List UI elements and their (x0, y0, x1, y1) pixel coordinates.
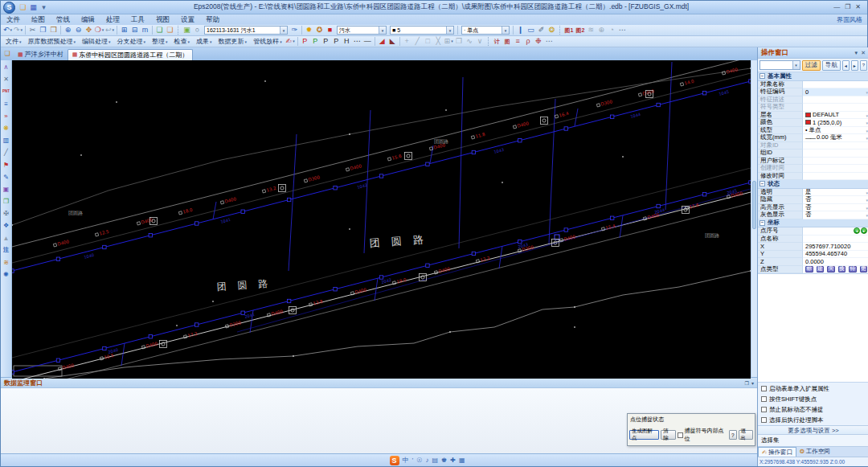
collapse-icon[interactable] (760, 181, 765, 186)
map2-icon[interactable]: 图2 (575, 26, 585, 35)
panel-tab-1[interactable]: ❂工作空间 (796, 447, 833, 457)
property-value[interactable] (803, 173, 868, 181)
vscroll-thumb[interactable] (752, 181, 756, 229)
property-value[interactable] (803, 236, 868, 244)
combo-arrow-icon[interactable] (379, 27, 386, 34)
layer-visibility-icon[interactable]: ▣ (182, 26, 192, 35)
hatch-icon[interactable]: ≋ (1, 256, 11, 268)
selection-set-label[interactable]: 选择集 (758, 435, 868, 447)
line-icon[interactable]: — (362, 37, 372, 47)
tbmenu-raw-preprocess[interactable]: 原库数据预处理▾ (25, 37, 80, 46)
draw-rect-icon[interactable]: □ (423, 37, 432, 47)
property-value[interactable] (803, 81, 868, 89)
combo-arrow-icon[interactable] (280, 27, 287, 34)
flag-icon[interactable]: ⚑ (1, 158, 11, 170)
property-value[interactable]: DEFAULT▾ (803, 112, 868, 120)
arrow-red-icon[interactable]: ◢ (377, 37, 387, 47)
pin-icon[interactable]: ▾ (855, 50, 858, 56)
brush-icon[interactable]: ✑ (290, 26, 300, 35)
collapse-icon[interactable] (760, 220, 765, 226)
pnt-label-icon[interactable]: PNT (1, 85, 11, 97)
draw-point-icon[interactable]: + (402, 37, 411, 47)
clock-gray-icon[interactable]: ◔ (607, 26, 616, 35)
undo-icon[interactable]: ↶▾ (3, 26, 13, 35)
property-value[interactable] (803, 104, 868, 112)
menu-item-4[interactable]: 处理 (100, 15, 125, 25)
target-gray-icon[interactable]: ⊕ (596, 26, 606, 35)
lock2-icon[interactable]: ❙ (516, 26, 526, 35)
sogou-logo[interactable]: S (390, 456, 399, 465)
rho-icon[interactable]: ρ (523, 37, 533, 47)
raster-orange-icon[interactable]: ❏ (166, 26, 175, 35)
tools-icon[interactable]: ✠ (1, 207, 11, 219)
collapse-icon[interactable] (760, 73, 765, 79)
ime-cn-icon[interactable]: 中 (403, 456, 409, 465)
menu-item-5[interactable]: 工具 (125, 15, 150, 25)
open-icon[interactable]: ❏ (18, 2, 28, 12)
chart-icon[interactable]: 图 (502, 37, 512, 47)
point-dark1-icon[interactable]: P (321, 37, 330, 47)
combo-arrow-icon[interactable] (446, 27, 453, 34)
draw-check-icon[interactable]: ∨ (475, 37, 485, 47)
tbmenu-branch-process[interactable]: 分支处理▾ (114, 37, 149, 46)
block-icon[interactable]: ▣ (1, 183, 11, 195)
canvas-vscroll[interactable] (751, 60, 757, 377)
hand-tool-icon[interactable]: ✍▾ (285, 37, 295, 47)
property-value[interactable]: ◂▸ (803, 227, 868, 236)
ime-shape-icon[interactable]: ☉ (416, 457, 422, 464)
station-icon[interactable]: ▥ (1, 134, 11, 146)
checkbox-box[interactable] (761, 407, 767, 412)
tbmenu-result[interactable]: 成果▾ (193, 37, 215, 46)
menu-item-1[interactable]: 绘图 (26, 15, 51, 25)
ui-style-button[interactable]: 界面风格 (837, 15, 867, 24)
point-next-button[interactable]: ▸ (861, 227, 867, 234)
ime-keyboard-icon[interactable]: ▤ (432, 457, 438, 464)
lock-icon[interactable]: ✪ (315, 26, 325, 35)
ime-grid-icon[interactable]: ▦ (459, 457, 465, 464)
point-type-button[interactable]: 标 (805, 266, 813, 272)
app-logo-icon[interactable]: S (3, 2, 15, 14)
ime-punct-icon[interactable]: ’ (412, 457, 414, 464)
prev-button[interactable]: ◂ (842, 60, 850, 71)
property-value[interactable]: 标建灭换特更 (803, 266, 868, 274)
current-color-icon[interactable]: ■ (326, 26, 335, 35)
property-value[interactable]: 是▾ (803, 189, 868, 197)
list-icon[interactable]: ≡ (513, 37, 522, 47)
flower-icon[interactable]: ❉ (534, 37, 543, 47)
cascade-windows-icon[interactable]: ⊟ (130, 26, 140, 35)
edit-vertex-icon[interactable]: ✎ (1, 171, 11, 183)
tbmenu-check[interactable]: 检查▾ (171, 37, 194, 46)
snap-help-button[interactable]: ? (729, 430, 737, 440)
option-checkbox-2[interactable]: 禁止鼠标动态不捕捉 (758, 404, 868, 415)
draw-line-icon[interactable]: ╱ (412, 37, 422, 47)
help-button[interactable]: ? (860, 60, 867, 71)
clear-button[interactable]: 清除 (661, 430, 675, 440)
triangle-icon[interactable]: ▲ (1, 232, 11, 244)
tbmenu-file[interactable]: 文件▾ (2, 37, 25, 46)
more-icon[interactable]: ⋯ (617, 26, 627, 35)
paste-icon[interactable]: ❒ (49, 26, 59, 35)
pipe-segment-icon[interactable]: ≡ (1, 98, 11, 110)
property-value[interactable]: 2957697.710020 (803, 243, 868, 251)
delete-node-icon[interactable]: ✕ (1, 73, 11, 85)
h-point-icon[interactable]: H (342, 37, 351, 47)
point-type-button[interactable]: 换 (838, 266, 846, 272)
more2-icon[interactable]: ⋯ (544, 37, 554, 47)
calc-icon[interactable]: 计 (492, 37, 502, 47)
menu-item-0[interactable]: 文件 (1, 15, 26, 25)
measure-icon[interactable]: m (141, 26, 150, 35)
property-value[interactable] (803, 96, 868, 104)
linewidth-combo[interactable]: ■ 5 (390, 26, 454, 35)
section-header[interactable]: 坐标 (758, 219, 868, 228)
toolbar-grip[interactable] (178, 26, 179, 35)
toolbar-grip[interactable] (488, 37, 489, 46)
property-value[interactable]: 否▾ (803, 196, 868, 204)
point-prev-button[interactable]: ◂ (854, 227, 860, 234)
collapse-icon[interactable]: ▾ (751, 380, 754, 386)
bulb-icon[interactable]: ✹ (305, 26, 314, 35)
copy-icon[interactable]: ❐ (39, 26, 48, 35)
checkbox-box[interactable] (761, 396, 767, 402)
panel-close-icon[interactable]: ✕ (861, 50, 866, 56)
generate-point-button[interactable]: 生成图解点 (629, 430, 659, 440)
property-value[interactable]: 否▾ (803, 211, 868, 219)
